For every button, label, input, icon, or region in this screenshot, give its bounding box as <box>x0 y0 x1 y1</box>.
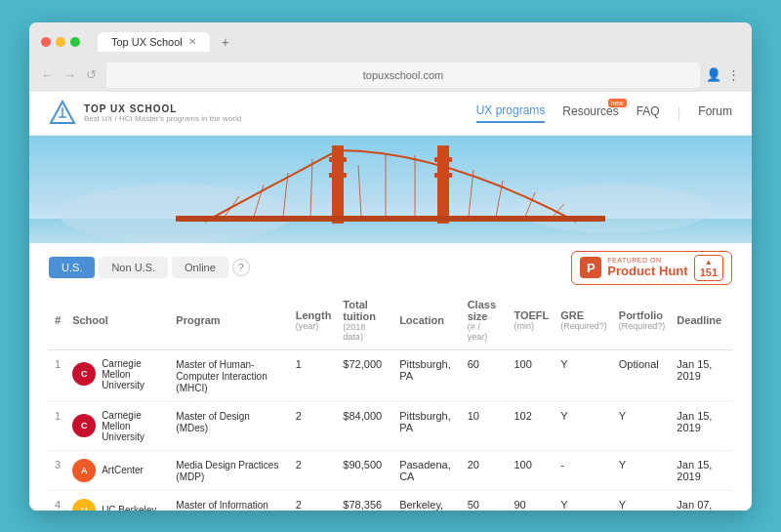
col-program: Program <box>170 293 289 350</box>
logo-area: TOP UX SCHOOL Best UX / HCI Master's pro… <box>49 100 476 127</box>
cell-num: 3 <box>49 450 66 490</box>
col-num: # <box>49 293 66 350</box>
hero-image <box>29 136 752 243</box>
cell-class-size: 10 <box>462 401 509 450</box>
table-container: # School Program Length(year) Total tuit… <box>29 293 752 511</box>
forward-button[interactable]: → <box>63 67 76 82</box>
tab-label: Top UX School <box>111 36 183 48</box>
product-hunt-badge[interactable]: P FEATURED ON Product Hunt ▲ 151 <box>571 251 732 285</box>
address-bar[interactable]: topuxschool.com <box>106 62 700 88</box>
cell-deadline: Jan 15, 2019 <box>671 349 732 401</box>
ph-product-label: Product Hunt <box>607 264 687 278</box>
svg-rect-13 <box>176 216 605 222</box>
cell-class-size: 50 <box>462 490 509 511</box>
col-school: School <box>66 293 170 350</box>
table-row: 3 A ArtCenter Media Design Practices (MD… <box>49 450 732 490</box>
cell-length: 1 <box>290 349 338 401</box>
back-button[interactable]: ← <box>41 67 54 82</box>
tab-us[interactable]: U.S. <box>49 257 95 278</box>
col-gre: GRE(Required?) <box>555 293 613 350</box>
cell-program: Master of Human-Computer Interaction (MH… <box>170 349 289 401</box>
cell-num: 1 <box>49 349 66 401</box>
profile-icon[interactable]: 👤 <box>706 67 721 82</box>
tab-non-us[interactable]: Non U.S. <box>99 257 168 278</box>
tab-online[interactable]: Online <box>172 257 228 278</box>
cell-deadline: Jan 07, 2019 <box>671 490 732 511</box>
cell-portfolio: Y <box>613 490 672 511</box>
ph-text-block: FEATURED ON Product Hunt <box>607 257 687 278</box>
cell-portfolio: Y <box>613 450 672 490</box>
cell-gre: - <box>555 450 613 490</box>
browser-window: Top UX School ✕ + ← → ↺ topuxschool.com … <box>29 22 752 511</box>
svg-rect-10 <box>329 173 347 178</box>
cell-deadline: Jan 15, 2019 <box>671 401 732 450</box>
close-button[interactable] <box>41 37 51 47</box>
svg-point-6 <box>517 184 713 233</box>
cell-toefl: 90 <box>508 490 555 511</box>
title-bar: Top UX School ✕ + <box>41 30 740 54</box>
site-header: TOP UX SCHOOL Best UX / HCI Master's pro… <box>29 92 752 136</box>
browser-tab[interactable]: Top UX School ✕ <box>98 32 210 52</box>
table-body: 1 C Carnegie Mellon University Master of… <box>49 349 732 511</box>
url-text: topuxschool.com <box>114 69 692 81</box>
traffic-lights <box>41 37 80 47</box>
col-class-size: Class size(# / year) <box>462 293 509 350</box>
col-tuition: Total tuition(2018 data) <box>337 293 393 350</box>
bridge-svg <box>29 136 752 243</box>
cell-length: 2 <box>290 401 338 450</box>
address-bar-row: ← → ↺ topuxschool.com 👤 ⋮ <box>41 60 740 92</box>
logo-title: TOP UX SCHOOL <box>84 103 241 114</box>
col-length: Length(year) <box>290 293 338 350</box>
cell-school: C Carnegie Mellon University <box>66 401 170 450</box>
nav-ux-programs[interactable]: UX programs <box>476 103 546 123</box>
new-tab-button[interactable]: + <box>214 30 237 54</box>
nav-faq[interactable]: FAQ <box>637 104 660 122</box>
cell-toefl: 102 <box>508 401 555 450</box>
cell-location: Pasadena, CA <box>393 450 462 490</box>
page-content: TOP UX SCHOOL Best UX / HCI Master's pro… <box>29 92 752 511</box>
logo-subtitle: Best UX / HCI Master's programs in the w… <box>84 114 241 123</box>
cell-tuition: $72,000 <box>337 349 393 401</box>
cell-toefl: 100 <box>508 450 555 490</box>
cell-gre: Y <box>555 490 613 511</box>
site-nav: UX programs Resources new FAQ | Forum <box>476 103 732 123</box>
svg-rect-9 <box>329 157 347 162</box>
maximize-button[interactable] <box>70 37 80 47</box>
cell-class-size: 60 <box>462 349 509 401</box>
ph-number: 151 <box>700 266 718 278</box>
minimize-button[interactable] <box>56 37 65 47</box>
cell-school: A ArtCenter <box>66 450 170 490</box>
table-row: 1 C Carnegie Mellon University Master of… <box>49 349 732 401</box>
cell-portfolio: Optional <box>613 349 672 401</box>
close-tab-icon[interactable]: ✕ <box>188 36 196 47</box>
cell-tuition: $78,356 <box>337 490 393 511</box>
menu-icon[interactable]: ⋮ <box>727 67 740 82</box>
col-deadline: Deadline <box>671 293 732 350</box>
col-toefl: TOEFL(min) <box>508 293 555 350</box>
cell-program: Master of Information Management and Sys… <box>170 490 289 511</box>
ph-count-badge: ▲ 151 <box>694 255 723 281</box>
cell-tuition: $90,500 <box>337 450 393 490</box>
tab-bar: Top UX School ✕ + <box>98 30 237 54</box>
cell-num: 1 <box>49 401 66 450</box>
nav-forum[interactable]: Forum <box>698 104 732 122</box>
cell-tuition: $84,000 <box>337 401 393 450</box>
cell-class-size: 20 <box>462 450 509 490</box>
cell-location: Pittsburgh, PA <box>393 401 462 450</box>
col-location: Location <box>393 293 462 350</box>
nav-divider: | <box>678 105 681 121</box>
table-row: 1 C Carnegie Mellon University Master of… <box>49 401 732 450</box>
nav-resources[interactable]: Resources new <box>562 104 618 122</box>
new-badge: new <box>608 99 627 107</box>
help-icon[interactable]: ? <box>232 259 250 276</box>
logo-text-block: TOP UX SCHOOL Best UX / HCI Master's pro… <box>84 103 241 123</box>
cell-program: Master of Design (MDes) <box>170 401 289 450</box>
refresh-button[interactable]: ↺ <box>86 67 97 82</box>
table-header: # School Program Length(year) Total tuit… <box>49 293 732 350</box>
cell-location: Pittsburgh, PA <box>393 349 462 401</box>
cell-length: 2 <box>290 450 338 490</box>
ph-featured-label: FEATURED ON <box>607 257 687 264</box>
cell-school: U UC Berkeley <box>66 490 170 511</box>
svg-rect-12 <box>434 173 452 178</box>
table-row: 4 U UC Berkeley Master of Information Ma… <box>49 490 732 511</box>
